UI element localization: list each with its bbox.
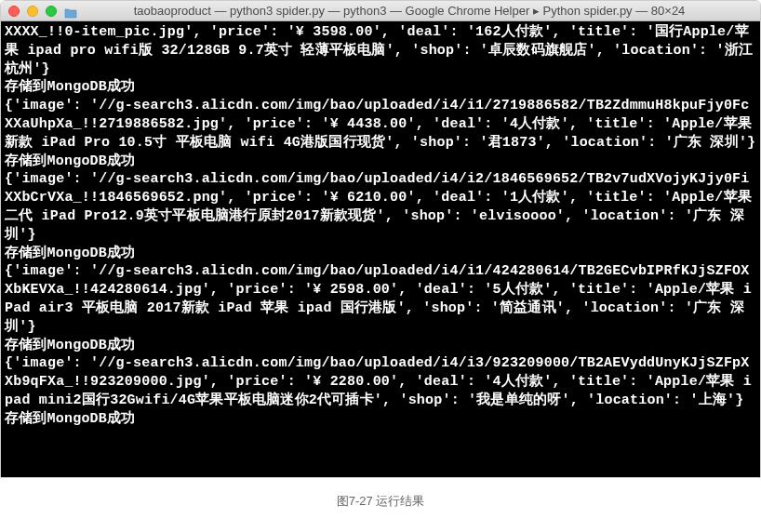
terminal-line: 存储到MongoDB成功 <box>5 153 135 169</box>
terminal-line: XXXX_!!0-item_pic.jpg', 'price': '¥ 3598… <box>5 24 761 77</box>
terminal-content[interactable]: XXXX_!!0-item_pic.jpg', 'price': '¥ 3598… <box>1 21 760 477</box>
window-title: taobaoproduct — python3 spider.py — pyth… <box>68 4 751 18</box>
figure-caption: 图7-27 运行结果 <box>0 478 761 517</box>
traffic-lights <box>8 6 57 17</box>
titlebar: taobaoproduct — python3 spider.py — pyth… <box>1 1 760 21</box>
minimize-button[interactable] <box>27 6 38 17</box>
terminal-line: {'image': '//g-search3.alicdn.com/img/ba… <box>5 263 752 334</box>
close-button[interactable] <box>8 6 20 17</box>
terminal-line: 存储到MongoDB成功 <box>5 338 135 353</box>
terminal-line: {'image': '//g-search3.alicdn.com/img/ba… <box>5 171 760 242</box>
terminal-line: 存储到MongoDB成功 <box>5 246 135 261</box>
terminal-line: {'image': '//g-search3.alicdn.com/img/ba… <box>5 98 760 151</box>
terminal-line: 存储到MongoDB成功 <box>5 79 135 95</box>
maximize-button[interactable] <box>46 6 57 17</box>
terminal-window: taobaoproduct — python3 spider.py — pyth… <box>0 0 761 478</box>
terminal-line: {'image': '//g-search3.alicdn.com/img/ba… <box>5 355 752 408</box>
terminal-line: 存储到MongoDB成功 <box>5 411 135 427</box>
